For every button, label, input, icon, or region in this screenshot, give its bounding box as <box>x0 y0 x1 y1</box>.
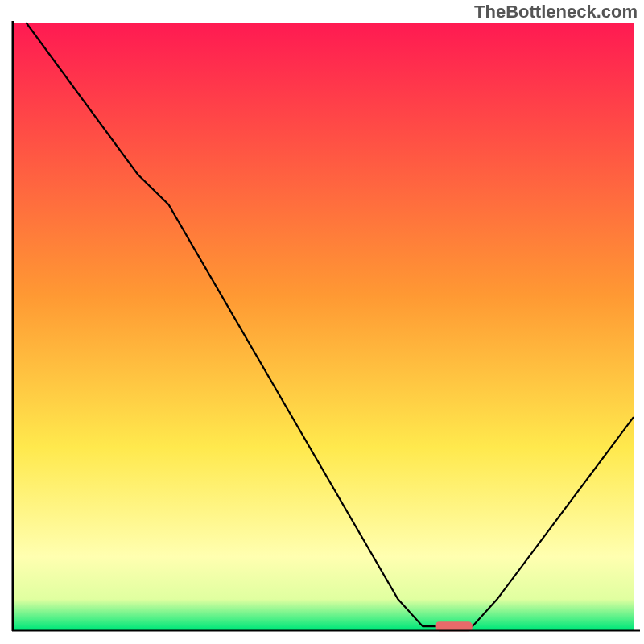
watermark-text: TheBottleneck.com <box>474 2 638 23</box>
plot-background <box>14 23 634 630</box>
chart-container: TheBottleneck.com <box>0 0 644 644</box>
chart-svg <box>0 0 644 644</box>
